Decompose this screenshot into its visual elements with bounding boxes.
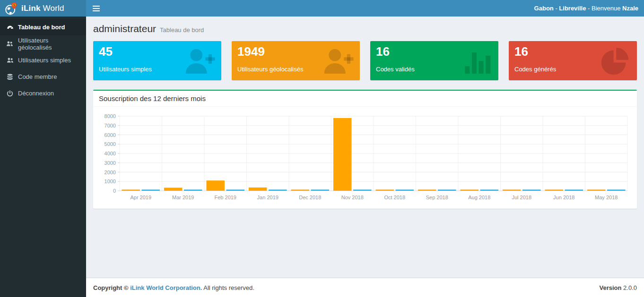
svg-text:6000: 6000 [104,132,116,138]
pie-chart-icon [598,46,632,76]
greeting-welcome: Bienvenue [592,5,622,12]
panel-header: Souscription des 12 derniers mois [93,91,637,107]
users-icon [6,41,14,47]
sidebar-item-tableau-de-bord[interactable]: Tableau de bord [0,19,86,35]
database-icon [6,74,14,80]
user-plus-icon [321,46,355,76]
svg-text:Dec 2018: Dec 2018 [299,195,321,200]
brand-name-light: World [43,4,64,13]
svg-text:May 2018: May 2018 [595,195,618,200]
svg-text:$: $ [13,3,15,7]
panel-title: Souscription des 12 derniers mois [99,94,206,102]
svg-text:Mar 2019: Mar 2019 [172,195,194,200]
stat-card-utilisateurs-simples: 45 Utilisateurs simples [93,41,221,80]
svg-text:Oct 2018: Oct 2018 [384,195,405,200]
stat-card-codes-generes: 16 Codes générés [509,41,637,80]
sidebar-item-utilisateurs-simples[interactable]: Utilisateurs simples [0,52,86,68]
svg-text:Apr 2019: Apr 2019 [130,195,151,200]
sidebar-item-label: Tableau de bord [18,24,65,31]
sidebar-item-code-membre[interactable]: Code membre [0,68,86,85]
sidebar: Tableau de bord Utilisateurs géolocalisé… [0,17,86,297]
copyright-text: Copyright © iLink World Corporation. All… [93,284,254,291]
svg-text:Jan 2019: Jan 2019 [257,195,278,200]
sidebar-item-label: Code membre [18,73,57,80]
brand-logo-area[interactable]: $ iLink World [0,0,86,17]
svg-text:Sep 2018: Sep 2018 [426,195,448,200]
page-header: administrateurTableau de bord [93,23,637,34]
svg-text:Nov 2018: Nov 2018 [341,195,364,200]
power-icon [6,90,14,97]
svg-text:Feb 2019: Feb 2019 [215,195,236,200]
svg-text:1000: 1000 [104,178,116,184]
sidebar-toggle-button[interactable] [86,0,106,17]
user-plus-icon [183,46,217,76]
app-window: $ iLink World Gabon - Libreville - Bienv… [0,0,644,297]
svg-text:Jun 2018: Jun 2018 [553,195,574,200]
svg-text:3000: 3000 [104,160,116,166]
svg-text:Jul 2018: Jul 2018 [512,195,531,200]
dashboard-icon [6,24,14,31]
svg-text:5000: 5000 [104,141,116,147]
svg-text:0: 0 [113,188,116,194]
hamburger-icon [93,10,100,11]
greeting-separator: - [554,5,559,12]
version-value: 2.0.0 [623,284,637,291]
svg-text:Aug 2018: Aug 2018 [468,195,490,200]
greeting-separator: - [586,5,592,12]
version-label: Version [600,284,624,291]
svg-text:2000: 2000 [104,170,116,175]
hamburger-icon [93,8,100,9]
stat-card-codes-valides: 16 Codes validés [370,41,498,80]
breadcrumb: Tableau de bord [160,26,204,34]
sidebar-item-label: Utilisateurs simples [18,57,71,64]
panel-body: 010002000300040005000600070008000Apr 201… [93,107,637,209]
content-area: administrateurTableau de bord 45 Utilisa… [86,17,644,278]
sidebar-item-label: Utilisateurs géolocalisés [18,37,84,51]
users-icon [6,57,14,63]
navbar: Gabon - Libreville - Bienvenue Nzale [86,0,644,17]
bar-chart-icon [460,46,494,76]
copyright-prefix: Copyright © [93,284,130,291]
user-greeting: Gabon - Libreville - Bienvenue Nzale [534,5,644,12]
ilink-globe-logo-icon: $ [5,1,17,16]
sidebar-item-utilisateurs-geolocalises[interactable]: Utilisateurs géolocalisés [0,35,86,52]
sidebar-item-deconnexion[interactable]: Déconnexion [0,85,86,102]
hamburger-icon [93,6,100,7]
footer: Copyright © iLink World Corporation. All… [86,278,644,297]
stat-card-utilisateurs-geolocalises: 1949 Utilisateurs géolocalisés [232,41,360,80]
rights-text: All rights reserved. [202,284,254,291]
subscription-chart: 010002000300040005000600070008000Apr 201… [98,111,632,204]
company-link[interactable]: iLink World Corporation. [130,284,202,291]
brand-name-bold: iLink [21,4,41,13]
svg-text:8000: 8000 [104,113,116,119]
svg-text:7000: 7000 [104,123,116,128]
greeting-username: Nzale [622,5,638,12]
version-text: Version 2.0.0 [600,284,637,291]
subscription-panel: Souscription des 12 derniers mois 010002… [93,90,637,209]
top-bar: $ iLink World Gabon - Libreville - Bienv… [0,0,644,17]
sidebar-item-label: Déconnexion [18,90,54,97]
page-title: administrateur [93,23,156,34]
svg-text:4000: 4000 [104,151,116,156]
greeting-city: Libreville [559,5,586,12]
stat-cards-row: 45 Utilisateurs simples 1949 Utilisateur… [93,41,637,80]
brand-name: iLink World [21,4,64,13]
greeting-country: Gabon [534,5,554,12]
